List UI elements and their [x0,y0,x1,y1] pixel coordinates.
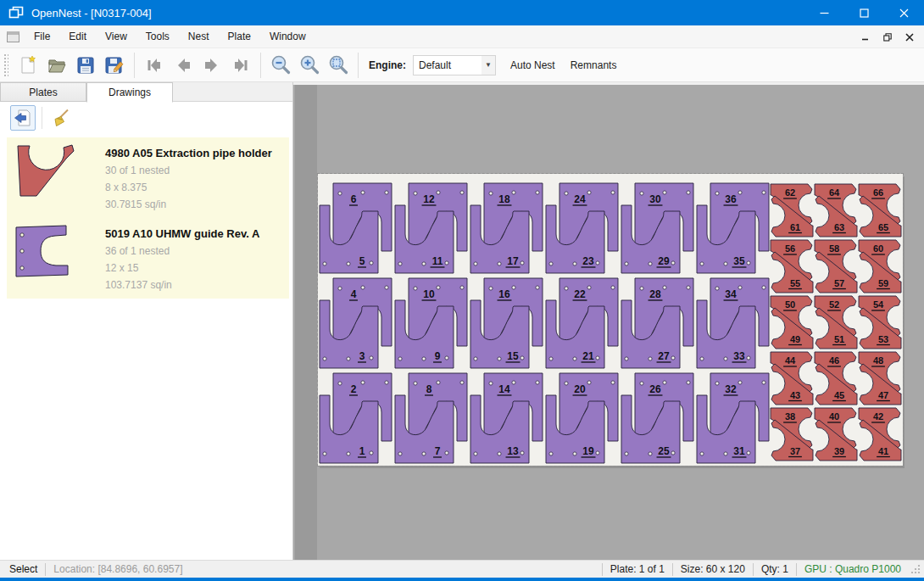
nested-pair-purple[interactable]: 2019 [546,373,618,463]
nest-canvas[interactable]: 6261565550494443383764635857525146454039… [293,85,924,560]
nested-pair-red[interactable]: 6665 [859,184,901,237]
save-button[interactable] [71,52,100,79]
part-number: 7 [435,445,441,457]
nested-pair-red[interactable]: 5857 [815,240,857,293]
nested-pair-red[interactable]: 3837 [771,408,813,461]
title-bar: OpenNest - [N0317-004] [0,0,924,25]
nested-pair-purple[interactable]: 1211 [395,183,467,273]
nested-pair-purple[interactable]: 3433 [697,278,769,368]
part-number: 12 [423,193,435,205]
zoom-in-button[interactable] [295,52,324,79]
mdi-minimize-button[interactable] [856,30,875,45]
menu-edit[interactable]: Edit [59,26,96,47]
mdi-document-icon[interactable] [7,31,19,42]
menu-file[interactable]: File [25,26,59,47]
new-document-button[interactable] [14,52,42,79]
nested-pair-purple[interactable]: 3231 [697,373,769,463]
nav-next-button[interactable] [198,52,226,79]
resize-grip-icon[interactable] [910,563,921,575]
nav-last-button[interactable] [226,52,255,79]
part-number: 50 [785,299,795,310]
return-to-drawing-button[interactable] [10,105,36,131]
nested-pair-purple[interactable]: 109 [395,278,467,368]
app-logo-icon [8,5,24,20]
part-number: 62 [785,187,795,198]
part-number: 22 [574,288,586,300]
engine-select[interactable]: Default ▼ [413,55,496,75]
nest-layout[interactable]: 6261565550494443383764635857525146454039… [318,174,903,466]
nested-pair-purple[interactable]: 65 [320,183,392,273]
save-as-button[interactable] [100,52,129,79]
mdi-restore-button[interactable] [878,30,897,45]
nested-pair-red[interactable]: 4847 [859,352,901,405]
open-button[interactable] [42,52,71,79]
maximize-button[interactable] [844,0,884,25]
toolbar-grip[interactable] [3,53,8,77]
nested-pair-purple[interactable]: 2827 [621,278,693,368]
part-number: 34 [725,288,737,300]
nested-pair-purple[interactable]: 1615 [470,278,543,368]
nested-pair-red[interactable]: 5453 [859,296,901,349]
nested-pair-purple[interactable]: 21 [320,373,392,463]
part-number: 6 [351,193,357,205]
nested-pair-purple[interactable]: 2423 [546,183,618,273]
nested-pair-red[interactable]: 4241 [859,408,901,461]
clean-button[interactable] [48,105,74,131]
nested-pair-red[interactable]: 4039 [815,408,857,461]
drawings-panel: 4980 A05 Extraction pipe holder 30 of 1 … [0,102,292,560]
part-number: 26 [649,383,661,395]
zoom-extents-button[interactable] [324,52,353,79]
part-number: 58 [829,243,839,254]
nested-pair-red[interactable]: 4443 [771,352,813,405]
menu-view[interactable]: View [96,26,136,47]
close-button[interactable] [884,0,924,25]
nested-pair-red[interactable]: 4645 [815,352,857,405]
part-number: 45 [834,390,844,400]
tab-drawings[interactable]: Drawings [86,82,173,103]
nested-pair-purple[interactable]: 2625 [621,373,693,463]
return-arrow-icon [14,109,32,127]
nested-pair-red[interactable]: 5655 [771,240,813,293]
nav-first-button[interactable] [140,52,169,79]
drawing-item-4980[interactable]: 4980 A05 Extraction pipe holder 30 of 1 … [7,137,289,218]
tab-plates[interactable]: Plates [0,82,86,102]
minimize-button[interactable] [804,0,844,25]
nested-pair-red[interactable]: 5251 [815,296,857,349]
nested-pair-purple[interactable]: 87 [395,373,467,463]
save-icon [75,55,96,75]
chevron-down-icon[interactable]: ▼ [481,56,495,75]
plate[interactable]: 6261565550494443383764635857525146454039… [318,174,903,466]
menu-tools[interactable]: Tools [136,26,179,47]
status-location: Location: [84.8696, 60.6957] [53,563,182,575]
zoom-out-button[interactable] [266,52,295,79]
mdi-close-button[interactable] [900,30,919,45]
status-separator [45,563,46,576]
part-number: 5 [359,255,365,267]
part-number: 21 [582,350,594,362]
auto-nest-button[interactable]: Auto Nest [503,54,563,76]
nested-pair-purple[interactable]: 43 [320,278,392,368]
part-number: 39 [834,446,844,456]
nested-pair-purple[interactable]: 1413 [470,373,543,463]
nested-pair-red[interactable]: 5049 [771,296,813,349]
nested-pair-purple[interactable]: 3029 [621,183,693,273]
app-window: OpenNest - [N0317-004] File Edit View To… [0,0,924,581]
part-number: 18 [498,193,510,205]
part-number: 38 [785,411,795,422]
part-number: 37 [790,446,800,456]
menu-plate[interactable]: Plate [219,26,260,47]
menu-nest[interactable]: Nest [179,26,219,47]
remnants-button[interactable]: Remnants [563,54,625,76]
nested-pair-red[interactable]: 6463 [815,184,857,237]
nested-pair-red[interactable]: 6059 [859,240,901,293]
nav-previous-button[interactable] [169,52,198,79]
status-separator [672,563,673,576]
drawing-item-5019[interactable]: 5019 A10 UHMW guide Rev. A 36 of 1 neste… [7,218,289,299]
nested-pair-purple[interactable]: 2221 [546,278,618,368]
nested-pair-red[interactable]: 6261 [771,184,813,237]
drawing-nested: 30 of 1 nested [105,165,286,176]
drawing-thumbnail [15,225,100,291]
nested-pair-purple[interactable]: 3635 [697,183,769,273]
nested-pair-purple[interactable]: 1817 [470,183,543,273]
menu-window[interactable]: Window [260,26,315,47]
